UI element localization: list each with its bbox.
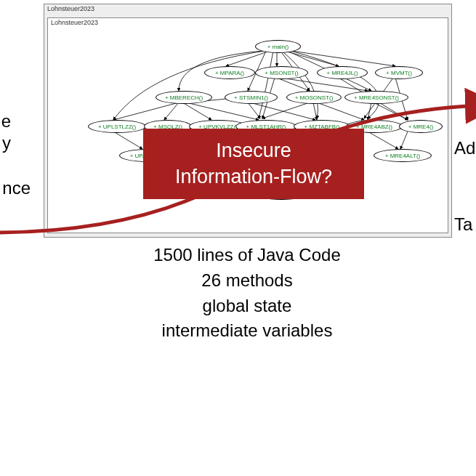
diagram-panel-outer: Lohnsteuer2023 Lohnsteuer2023 [44, 4, 452, 238]
node-mre4jl: + MRE4JL() [317, 66, 368, 79]
overlay-line1: Insecure [159, 137, 348, 164]
node-mre4alt: + MRE4ALT() [374, 149, 432, 162]
node-uplstlzz: + UPLSTLZZ() [88, 120, 146, 133]
overlay-line2: Information-Flow? [159, 164, 348, 190]
left-text-frag-2: y [0, 133, 11, 153]
diagram-caption: 1500 lines of Java Code 26 methods globa… [44, 243, 451, 344]
node-mosonst: + MOSONST() [286, 91, 342, 104]
node-mpara: + MPARA() [204, 66, 255, 79]
node-mre4: + MRE4() [399, 120, 443, 133]
inner-panel-title: Lohnsteuer2023 [51, 19, 98, 26]
right-text-frag-2: Ta [454, 214, 476, 235]
caption-line3: global state [44, 294, 451, 319]
node-msonst: + MSONST() [255, 66, 308, 79]
left-text-frag-3: nce [0, 178, 31, 198]
node-mvmt: + MVMT() [375, 66, 423, 79]
node-main: + main() [255, 40, 301, 53]
outer-panel-title: Lohnsteuer2023 [47, 5, 94, 12]
caption-line4: intermediate variables [44, 318, 451, 344]
caption-line1: 1500 lines of Java Code [44, 243, 451, 268]
caption-line2: 26 methods [44, 268, 451, 294]
node-mberech: + MBERECH() [156, 91, 212, 104]
right-text-frag-1: Ad [454, 138, 476, 158]
node-mre4sonst: + MRE4SONST() [344, 91, 408, 104]
node-stsmin1: + STSMIN1() [225, 91, 278, 104]
diagram-panel-inner: Lohnsteuer2023 [47, 17, 448, 233]
question-overlay: Insecure Information-Flow? [143, 129, 364, 199]
left-text-frag-1: e [0, 111, 11, 132]
